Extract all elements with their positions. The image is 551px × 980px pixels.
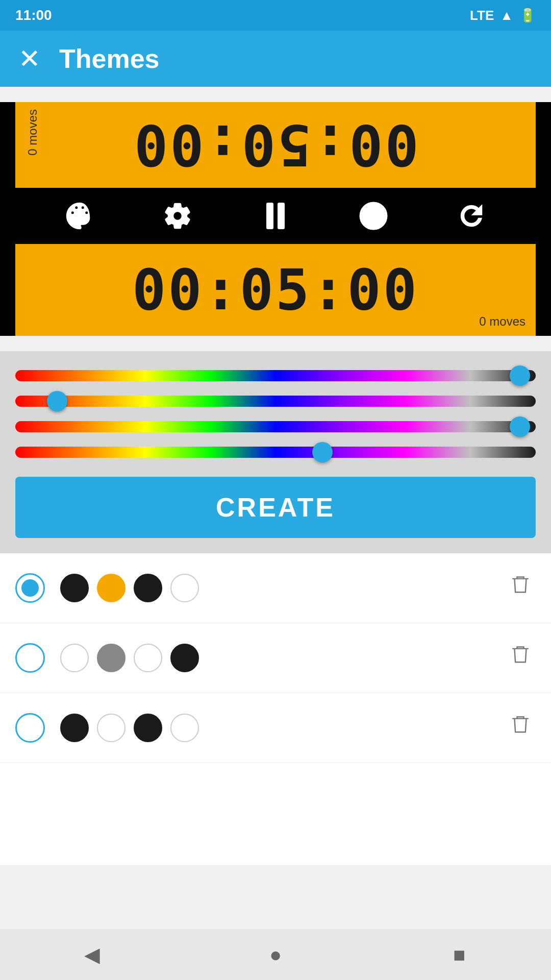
timer-display-bottom: 00:05:00 (132, 257, 419, 323)
color-dot-3-4 (170, 714, 199, 742)
status-time: 11:00 (15, 7, 52, 23)
home-button[interactable]: ● (255, 934, 296, 975)
slider-row-4 (15, 443, 536, 461)
reset-button[interactable] (454, 198, 489, 234)
pause-button[interactable] (258, 198, 293, 234)
theme-radio-2[interactable] (15, 643, 45, 673)
delete-theme-3[interactable] (505, 708, 536, 747)
timer-section: 0 moves 00:50:00 (0, 102, 551, 336)
controls-bar (0, 188, 551, 244)
battery-icon: 🔋 (519, 8, 536, 23)
themes-list (0, 553, 551, 865)
theme-radio-3[interactable] (15, 713, 45, 743)
signal-icon: ▲ (500, 8, 513, 23)
timer-bottom: 00:05:00 0 moves (15, 244, 536, 336)
color-dot-1-2 (97, 574, 126, 602)
color-dot-3-2 (97, 714, 126, 742)
slider-thumb-3[interactable] (510, 416, 530, 437)
theme-colors-1 (60, 574, 490, 602)
theme-item-2[interactable] (0, 623, 551, 693)
delete-theme-2[interactable] (505, 639, 536, 677)
clock-button[interactable] (356, 198, 391, 234)
create-button[interactable]: CREATE (15, 477, 536, 538)
lte-icon: LTE (470, 8, 494, 23)
bottom-nav: ◀ ● ■ (0, 929, 551, 980)
close-button[interactable]: ✕ (18, 43, 41, 74)
theme-colors-2 (60, 644, 490, 672)
slider-track-2 (15, 396, 536, 407)
moves-label-top: 0 moves (26, 109, 40, 156)
slider-row-3 (15, 418, 536, 436)
slider-thumb-1[interactable] (510, 365, 530, 386)
slider-track-1 (15, 370, 536, 381)
slider-track-4 (15, 447, 536, 458)
back-button[interactable]: ◀ (71, 934, 112, 975)
color-dot-2-4 (170, 644, 199, 672)
moves-label-bottom: 0 moves (479, 314, 525, 329)
palette-button[interactable] (62, 198, 97, 234)
theme-item-3[interactable] (0, 693, 551, 763)
color-dot-1-1 (60, 574, 89, 602)
color-dot-2-2 (97, 644, 126, 672)
color-dot-1-3 (134, 574, 162, 602)
recent-button[interactable]: ■ (439, 934, 480, 975)
settings-button[interactable] (160, 198, 195, 234)
color-dot-3-3 (134, 714, 162, 742)
theme-colors-3 (60, 714, 490, 742)
status-icons: LTE ▲ 🔋 (470, 8, 536, 23)
theme-item-1[interactable] (0, 553, 551, 623)
sliders-section: CREATE (0, 351, 551, 553)
slider-row-1 (15, 366, 536, 385)
color-dot-1-4 (170, 574, 199, 602)
delete-theme-1[interactable] (505, 569, 536, 607)
theme-radio-1[interactable] (15, 573, 45, 603)
slider-thumb-4[interactable] (312, 442, 333, 462)
slider-row-2 (15, 392, 536, 410)
page-title: Themes (59, 43, 160, 74)
timer-display-top: 00:50:00 (132, 112, 419, 178)
status-bar: 11:00 LTE ▲ 🔋 (0, 0, 551, 31)
timer-top: 0 moves 00:50:00 (15, 102, 536, 188)
slider-track-3 (15, 421, 536, 432)
color-dot-2-1 (60, 644, 89, 672)
top-bar: ✕ Themes (0, 31, 551, 87)
color-dot-2-3 (134, 644, 162, 672)
slider-thumb-2[interactable] (47, 391, 67, 411)
color-dot-3-1 (60, 714, 89, 742)
